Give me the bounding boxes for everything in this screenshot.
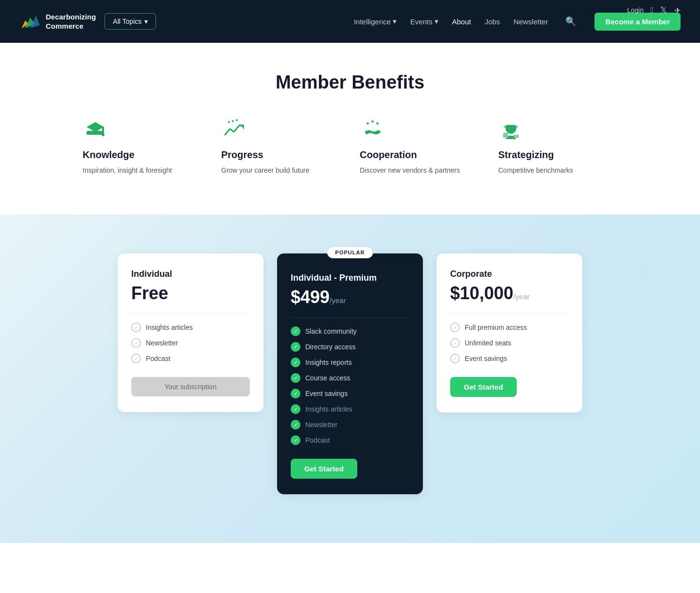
feature-podcast: ✓ Podcast xyxy=(131,354,250,363)
benefit-knowledge: Knowledge Inspiration, insight & foresig… xyxy=(83,117,202,176)
chevron-down-icon: ▾ xyxy=(435,17,438,26)
feature-insights-articles: ✓ Insights articles xyxy=(131,323,250,332)
popular-badge: POPULAR xyxy=(327,247,373,258)
search-icon[interactable]: 🔍 xyxy=(565,16,576,27)
check-icon: ✓ xyxy=(291,326,300,336)
check-icon: ✓ xyxy=(131,354,141,363)
feature-event-savings-corporate: ✓ Event savings xyxy=(450,354,569,363)
price-period-premium: /year xyxy=(330,296,346,305)
feature-insights-articles-premium: ✓ Insights articles xyxy=(291,404,409,414)
strategy-icon xyxy=(498,117,617,144)
svg-rect-18 xyxy=(503,133,508,138)
check-icon: ✓ xyxy=(450,323,460,332)
nav-intelligence[interactable]: Intelligence ▾ xyxy=(354,17,397,26)
feature-slack: ✓ Slack community xyxy=(291,326,409,336)
check-icon: ✓ xyxy=(291,435,300,445)
price-amount-corporate: $10,000 xyxy=(450,283,513,304)
plan-price-free: Free xyxy=(131,283,250,304)
check-icon: ✓ xyxy=(131,323,141,332)
check-icon: ✓ xyxy=(291,389,300,398)
svg-rect-4 xyxy=(102,127,104,134)
svg-rect-14 xyxy=(508,136,514,138)
linkedin-icon[interactable]:  xyxy=(650,6,653,15)
strategizing-title: Strategizing xyxy=(498,149,617,161)
cooperation-icon: ★ ★ ★ xyxy=(360,117,479,144)
check-icon: ✓ xyxy=(291,342,300,352)
knowledge-title: Knowledge xyxy=(83,149,202,161)
svg-text:★: ★ xyxy=(366,121,370,126)
nav-about[interactable]: About xyxy=(452,18,471,26)
check-icon: ✓ xyxy=(291,420,300,430)
cooperation-title: Cooperation xyxy=(360,149,479,161)
feature-newsletter-premium: ✓ Newsletter xyxy=(291,420,409,430)
plan-individual-free: Individual Free ✓ Insights articles ✓ Ne… xyxy=(118,253,263,412)
knowledge-icon xyxy=(83,117,202,144)
svg-point-8 xyxy=(236,119,238,121)
divider xyxy=(291,317,409,318)
benefits-section: Member Benefits Knowledge Inspiration, i… xyxy=(0,43,700,215)
cooperation-desc: Discover new vendors & partners xyxy=(360,165,479,176)
plan-name-corporate: Corporate xyxy=(450,269,569,279)
svg-rect-19 xyxy=(514,135,519,138)
check-icon: ✓ xyxy=(450,354,460,363)
price-amount-premium: $499 xyxy=(291,287,330,307)
svg-text:★: ★ xyxy=(370,119,375,124)
feature-list-premium: ✓ Slack community ✓ Directory access ✓ I… xyxy=(291,326,409,445)
benefits-title: Member Benefits xyxy=(39,72,661,93)
pricing-section: Individual Free ✓ Insights articles ✓ Ne… xyxy=(0,215,700,543)
progress-icon xyxy=(221,117,340,144)
check-icon: ✓ xyxy=(291,358,300,367)
check-icon: ✓ xyxy=(291,404,300,414)
get-started-corporate-button[interactable]: Get Started xyxy=(450,377,517,397)
feature-podcast-premium: ✓ Podcast xyxy=(291,435,409,445)
nav-newsletter[interactable]: Newsletter xyxy=(514,18,548,26)
feature-directory: ✓ Directory access xyxy=(291,342,409,352)
logo[interactable]: Decarbonizing Commerce xyxy=(19,11,96,32)
feature-unlimited-seats: ✓ Unlimited seats xyxy=(450,338,569,348)
progress-title: Progress xyxy=(221,149,340,161)
svg-point-6 xyxy=(228,121,230,123)
price-period-corporate: /year xyxy=(513,292,529,301)
check-icon: ✓ xyxy=(291,373,300,383)
navbar: Login  𝕏 ✈ Decarbonizing Commerce All T… xyxy=(0,0,700,43)
your-subscription-button: Your subscription xyxy=(131,377,250,396)
nav-events[interactable]: Events ▾ xyxy=(410,17,438,26)
get-started-premium-button[interactable]: Get Started xyxy=(291,459,357,479)
nav-jobs[interactable]: Jobs xyxy=(485,18,500,26)
feature-list-corporate: ✓ Full premium access ✓ Unlimited seats … xyxy=(450,323,569,363)
feature-event-savings: ✓ Event savings xyxy=(291,389,409,398)
plan-name-premium: Individual - Premium xyxy=(291,273,409,283)
svg-rect-15 xyxy=(506,138,516,139)
feature-list-free: ✓ Insights articles ✓ Newsletter ✓ Podca… xyxy=(131,323,250,363)
feature-insights-reports: ✓ Insights reports xyxy=(291,358,409,367)
price-row-corporate: $10,000 /year xyxy=(450,283,569,304)
plan-corporate: Corporate $10,000 /year ✓ Full premium a… xyxy=(437,253,582,413)
strategizing-desc: Competitive benchmarks xyxy=(498,165,617,176)
divider xyxy=(131,313,250,314)
benefit-progress: Progress Grow your career build future xyxy=(221,117,340,176)
svg-text:★: ★ xyxy=(375,121,380,126)
feature-newsletter: ✓ Newsletter xyxy=(131,338,250,348)
plan-name-free: Individual xyxy=(131,269,250,279)
check-icon: ✓ xyxy=(131,338,141,348)
logo-icon xyxy=(19,11,41,32)
login-link[interactable]: Login xyxy=(627,6,644,14)
plan-individual-premium: POPULAR Individual - Premium $499 /year … xyxy=(277,253,423,494)
benefit-cooperation: ★ ★ ★ Cooperation Discover new vendors &… xyxy=(360,117,479,176)
logo-text: Decarbonizing Commerce xyxy=(46,12,96,31)
svg-point-5 xyxy=(102,133,105,136)
chevron-down-icon: ▾ xyxy=(144,18,148,25)
price-row-premium: $499 /year xyxy=(291,287,409,307)
feature-full-premium: ✓ Full premium access xyxy=(450,323,569,332)
twitter-icon[interactable]: 𝕏 xyxy=(660,5,667,16)
svg-point-7 xyxy=(232,120,234,122)
nav-top-right: Login  𝕏 ✈ xyxy=(627,5,681,16)
benefit-strategizing: Strategizing Competitive benchmarks xyxy=(498,117,617,176)
pricing-cards: Individual Free ✓ Insights articles ✓ Ne… xyxy=(39,253,661,494)
check-icon: ✓ xyxy=(450,338,460,348)
divider xyxy=(450,313,569,314)
telegram-icon[interactable]: ✈ xyxy=(674,6,681,15)
chevron-down-icon: ▾ xyxy=(393,17,397,26)
all-topics-button[interactable]: All Topics ▾ xyxy=(105,13,156,30)
progress-desc: Grow your career build future xyxy=(221,165,340,176)
